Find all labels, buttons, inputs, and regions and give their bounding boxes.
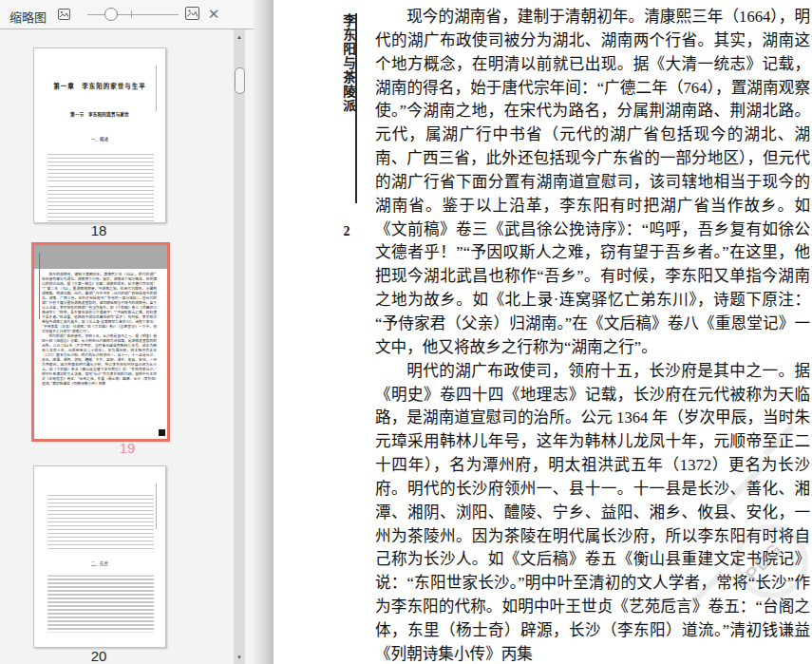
page-body-text: 现今的湖南省，建制于清朝初年。清康熙三年（1664），明代的湖广布政使司被分为湖… — [375, 6, 810, 664]
mini-text-smudge — [47, 576, 154, 633]
thumbnail-page-19-selected[interactable]: 现今的湖南省，建制于清朝初年。清康熙三年（1664），明代的湖广布政使司被分为湖… — [31, 242, 170, 442]
thumbnail-size-large-icon[interactable] — [185, 7, 199, 20]
printed-page-number: 2 — [339, 224, 354, 239]
slider-handle[interactable] — [104, 8, 118, 21]
viewport-resize-handle[interactable] — [159, 429, 165, 436]
scroll-up-button[interactable]: ▲ — [234, 31, 245, 44]
mini-section-title: 第一节 李东阳的籍贯与家世 — [34, 111, 165, 118]
thumbnail-page-18[interactable]: 第一章 李东阳的家世与生平 第一节 李东阳的籍贯与家世 一、概述 — [33, 47, 166, 223]
spine-vertical-rule — [355, 13, 357, 203]
thumbnail-panel: 缩略图 ✕ — [0, 0, 254, 664]
close-panel-button[interactable]: ✕ — [204, 5, 223, 24]
thumbnail-size-slider[interactable] — [87, 8, 179, 21]
book-spine-title: 李东阳与茶陵派 — [338, 13, 357, 113]
thumbnail-20-preview: 二、先世 — [34, 495, 165, 633]
slider-midpoint-tick — [131, 10, 132, 18]
document-page-view[interactable]: 李东阳与茶陵派 2 现今的湖南省，建制于清朝初年。清康熙三年（1664），明代的… — [254, 0, 812, 664]
mini-subsection-title: 二、先世 — [34, 560, 165, 567]
mini-subsection-title: 一、概述 — [34, 136, 165, 142]
scroll-down-button[interactable]: ▼ — [234, 652, 245, 664]
thumbnail-page-18-label: 18 — [33, 222, 164, 238]
thumbnail-18-preview: 第一章 李东阳的家世与生平 第一节 李东阳的籍贯与家世 一、概述 — [34, 81, 165, 223]
paragraph: 明代的湖广布政使司，领府十五，长沙府是其中之一。据《明史》卷四十四《地理志》记载… — [375, 360, 810, 664]
mini-running-head-rule — [156, 66, 157, 111]
thumbnail-toolbar: 缩略图 ✕ — [0, 0, 254, 29]
slider-track[interactable] — [87, 14, 179, 15]
thumbnail-page-20-label: 20 — [33, 648, 164, 664]
mini-text-smudge — [47, 186, 154, 223]
panel-title: 缩略图 — [9, 8, 47, 26]
paragraph: 现今的湖南省，建制于清朝初年。清康熙三年（1664），明代的湖广布政使司被分为湖… — [375, 6, 810, 360]
out-of-view-overlay — [34, 245, 167, 269]
mini-text-smudge — [47, 495, 154, 551]
thumbnail-page-20[interactable]: 二、先世 — [33, 465, 166, 648]
book-gutter-shadow — [254, 0, 274, 664]
mini-paragraph: 明代的湖广布政使司，领府十五，长沙府是其中之一。据《明史》卷四十四《地理志》记载… — [42, 333, 157, 386]
mini-spine-rule — [39, 253, 40, 319]
mini-chapter-title: 第一章 李东阳的家世与生平 — [34, 81, 165, 90]
mini-text-smudge — [47, 154, 154, 181]
thumbnail-19-preview: 现今的湖南省，建制于清朝初年。清康熙三年（1664），明代的湖广布政使司被分为湖… — [34, 269, 161, 386]
reader-window: 缩略图 ✕ — [0, 0, 812, 664]
scrollbar-thumb[interactable] — [235, 67, 245, 94]
thumbnail-page-19-label: 19 — [61, 440, 194, 456]
thumbnail-list: 第一章 李东阳的家世与生平 第一节 李东阳的籍贯与家世 一、概述 18 现今的湖… — [0, 29, 234, 664]
sidebar-scrollbar[interactable]: ▲ ▼ — [234, 29, 245, 664]
mini-running-head-rule — [156, 484, 157, 529]
thumbnail-size-small-icon[interactable] — [58, 9, 70, 20]
mini-paragraph: 现今的湖南省，建制于清朝初年。清康熙三年（1664），明代的湖广布政使司被分为湖… — [42, 272, 157, 333]
